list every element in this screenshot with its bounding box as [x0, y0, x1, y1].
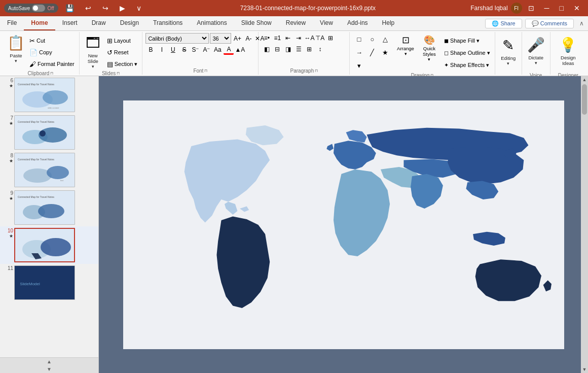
font-size-select[interactable]: 36 12 24 48 — [210, 33, 231, 44]
font-label[interactable]: Font ⊓ — [145, 67, 255, 74]
reset-button[interactable]: ↺Reset — [105, 47, 139, 58]
slides-label[interactable]: Slides ⊓ — [83, 70, 139, 76]
arrange-button[interactable]: ⊡ Arrange ▾ — [395, 33, 416, 58]
shape-outline-button[interactable]: ◻Shape Outline ▾ — [443, 47, 492, 58]
text-direction-button[interactable]: ↔A — [304, 33, 314, 43]
tab-insert[interactable]: Insert — [55, 16, 85, 30]
slide-thumb-7[interactable]: 7 ★ Connected Map for Travel Notes — [0, 114, 98, 151]
editing-button[interactable]: ✎ Editing ▾ — [498, 36, 519, 72]
slide-thumb-11[interactable]: 11 SlideModel — [0, 264, 98, 301]
save-button[interactable]: 💾 — [61, 3, 78, 13]
numbered-list-button[interactable]: ≡1 — [272, 33, 282, 43]
align-left-button[interactable]: ◧ — [262, 44, 272, 54]
decrease-indent-button[interactable]: ⇤ — [283, 33, 293, 43]
vscroll-thumb[interactable] — [582, 84, 587, 115]
world-map-svg[interactable] — [136, 108, 552, 342]
shape-star[interactable]: ★ — [379, 46, 391, 58]
center-align-button[interactable]: ⊟ — [272, 44, 282, 54]
autosave-area[interactable]: AutoSave Off — [4, 4, 58, 13]
tab-animations[interactable]: Animations — [190, 16, 234, 30]
slide-thumb-img-11[interactable]: SlideModel — [14, 265, 75, 300]
shape-rect[interactable]: □ — [353, 33, 365, 45]
vscroll-up-arrow[interactable]: ▲ — [582, 77, 587, 82]
line-spacing-button[interactable]: ↕ — [315, 44, 325, 54]
redo-button[interactable]: ↪ — [98, 3, 113, 13]
cut-button[interactable]: ✂Cut — [28, 35, 76, 46]
shape-triangle[interactable]: △ — [379, 33, 391, 45]
tab-view[interactable]: View — [313, 16, 340, 30]
tab-slideshow[interactable]: Slide Show — [234, 16, 279, 30]
shape-effects-button[interactable]: ✦Shape Effects ▾ — [443, 59, 492, 71]
underline-button[interactable]: U — [168, 45, 178, 55]
font-name-select[interactable]: Calibri (Body) — [145, 33, 209, 44]
quick-access-more[interactable]: ∨ — [132, 3, 145, 13]
ribbon-display-button[interactable]: ⊡ — [524, 3, 538, 13]
increase-indent-button[interactable]: ⇥ — [293, 33, 304, 43]
bullet-list-button[interactable]: ≡• — [262, 33, 272, 43]
tab-transitions[interactable]: Transitions — [146, 16, 190, 30]
slide-thumb-img-8[interactable]: Connected Map for Travel Notes text — [14, 153, 75, 187]
tab-draw[interactable]: Draw — [85, 16, 113, 30]
increase-font-button[interactable]: A+ — [232, 33, 242, 44]
tab-review[interactable]: Review — [279, 16, 313, 30]
present-button[interactable]: ▶ — [116, 3, 129, 13]
paste-button[interactable]: 📋 Paste ▾ — [5, 33, 27, 70]
slide-panel-scroll-up[interactable]: ▲ — [0, 358, 98, 365]
align-right-button[interactable]: ◨ — [283, 44, 293, 54]
bold-button[interactable]: B — [145, 45, 156, 55]
restore-button[interactable]: □ — [556, 3, 568, 13]
shape-arrow[interactable]: → — [353, 46, 365, 58]
slide-panel-scroll-down[interactable]: ▼ — [0, 365, 98, 373]
quick-styles-button[interactable]: 🎨 Quick Styles ▾ — [419, 33, 439, 63]
font-color-button[interactable]: A — [224, 45, 234, 55]
share-button[interactable]: 🌐 Share — [485, 19, 522, 28]
shape-line[interactable]: ╱ — [366, 46, 378, 58]
minimize-button[interactable]: ─ — [540, 3, 554, 13]
layout-button[interactable]: ⊞Layout — [105, 35, 139, 46]
slide-panel-scroll[interactable]: 6 ★ Connected Map for Travel Notes slide… — [0, 76, 98, 357]
comments-button[interactable]: 💬 Comments — [525, 19, 574, 28]
align-text-button[interactable]: ⊤A — [315, 33, 325, 43]
slide-thumb-10[interactable]: 10 ★ — [0, 226, 98, 264]
strikethrough-button[interactable]: S — [179, 45, 189, 55]
italic-button[interactable]: I — [157, 45, 167, 55]
shape-fill-button[interactable]: ◼Shape Fill ▾ — [443, 35, 492, 46]
paragraph-label[interactable]: Paragraph ⊓ — [262, 67, 346, 74]
justify-button[interactable]: ☰ — [293, 44, 304, 54]
slide-thumb-6[interactable]: 6 ★ Connected Map for Travel Notes slide… — [0, 76, 98, 114]
copy-button[interactable]: 📄Copy — [28, 47, 76, 58]
vscroll-down-arrow[interactable]: ▼ — [582, 367, 587, 372]
columns-button[interactable]: ⊞ — [304, 44, 314, 54]
tab-addins[interactable]: Add-ins — [340, 16, 375, 30]
undo-button[interactable]: ↩ — [81, 3, 95, 13]
section-button[interactable]: ▤Section ▾ — [105, 58, 139, 70]
ribbon-collapse-arrow[interactable]: ∧ — [575, 19, 588, 28]
format-painter-button[interactable]: 🖌Format Painter — [28, 58, 76, 70]
clipboard-label[interactable]: Clipboard ⊓ — [5, 70, 76, 76]
tab-design[interactable]: Design — [113, 16, 146, 30]
autosave-toggle[interactable] — [32, 5, 45, 12]
new-slide-button[interactable]: 🗔 New Slide ▾ — [83, 33, 103, 70]
decrease-font-button[interactable]: A- — [243, 33, 253, 44]
dictate-button[interactable]: 🎤 Dictate ▾ — [525, 35, 547, 72]
character-spacing-button[interactable]: A⁻ — [201, 45, 211, 55]
tab-help[interactable]: Help — [375, 16, 402, 30]
shapes-more-button[interactable]: ▾ — [353, 59, 365, 72]
slide-thumb-img-7[interactable]: Connected Map for Travel Notes — [14, 115, 75, 150]
slide-thumb-img-9[interactable]: Connected Map for Travel Notes — [14, 190, 75, 225]
smartart-button[interactable]: ⊞ — [325, 33, 336, 43]
highlight-color-button[interactable]: ▲A — [235, 45, 245, 55]
shadow-button[interactable]: S⁻ — [190, 45, 200, 55]
change-case-button[interactable]: Aa — [212, 45, 223, 55]
slide-thumb-img-6[interactable]: Connected Map for Travel Notes slide con… — [14, 78, 75, 112]
slide-canvas[interactable] — [123, 100, 564, 349]
close-button[interactable]: ✕ — [570, 3, 584, 13]
slide-thumb-9[interactable]: 9 ★ Connected Map for Travel Notes — [0, 189, 98, 226]
slide-thumb-img-10[interactable] — [14, 228, 75, 262]
shape-oval[interactable]: ○ — [366, 33, 378, 45]
design-ideas-button[interactable]: 💡 Design Ideas — [554, 35, 583, 72]
slide-thumb-8[interactable]: 8 ★ Connected Map for Travel Notes text — [0, 151, 98, 189]
tab-file[interactable]: File — [0, 16, 24, 30]
canvas-vscroll[interactable]: ▲ ▼ — [581, 76, 588, 373]
tab-home[interactable]: Home — [24, 16, 55, 30]
